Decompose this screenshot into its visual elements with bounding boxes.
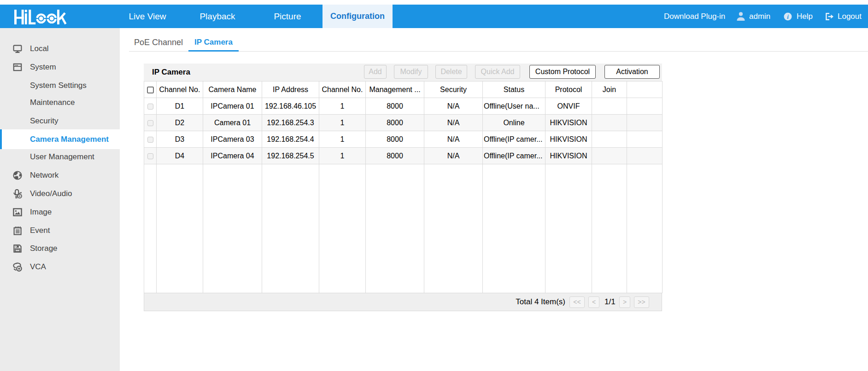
svg-text:i: i	[787, 13, 789, 20]
